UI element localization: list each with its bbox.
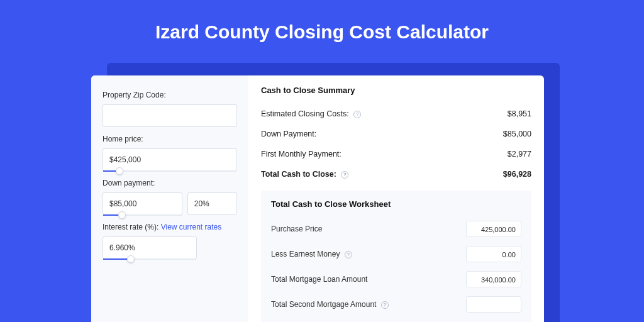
down-payment-percent-wrap (187, 192, 237, 215)
slider-fill (103, 258, 128, 260)
worksheet-value[interactable]: 0.00 (466, 246, 521, 262)
interest-rate-slider[interactable] (103, 236, 197, 259)
home-price-input[interactable] (103, 148, 237, 171)
down-payment-amount-slider[interactable] (103, 192, 182, 215)
home-price-slider[interactable] (103, 148, 237, 171)
help-icon[interactable]: ? (345, 251, 352, 258)
zip-input[interactable] (103, 104, 237, 127)
summary-row-closing-costs: Estimated Closing Costs: ? $8,951 (261, 104, 531, 124)
summary-label: Down Payment: (261, 130, 316, 138)
summary-panel: Cash to Close Summary Estimated Closing … (248, 75, 544, 322)
summary-label: Total Cash to Close: (261, 170, 336, 179)
worksheet-value[interactable] (466, 296, 521, 313)
summary-value: $96,928 (503, 170, 531, 179)
down-payment-amount-input[interactable] (103, 192, 182, 215)
summary-value: $8,951 (508, 109, 531, 118)
slider-thumb[interactable] (116, 167, 123, 175)
slider-thumb[interactable] (127, 255, 135, 263)
summary-row-down-payment: Down Payment: $85,000 (261, 124, 531, 144)
down-payment-percent-input[interactable] (187, 192, 237, 215)
worksheet-label: Less Earnest Money (271, 250, 340, 258)
home-price-label: Home price: (103, 135, 237, 143)
page-title: Izard County Closing Cost Calculator (0, 0, 644, 43)
worksheet-title: Total Cash to Close Worksheet (271, 199, 521, 209)
down-payment-label: Down payment: (103, 179, 237, 187)
help-icon[interactable]: ? (381, 301, 389, 309)
calculator-card: Property Zip Code: Home price: Down paym… (91, 75, 544, 322)
summary-row-total: Total Cash to Close: ? $96,928 (261, 164, 531, 184)
summary-value: $85,000 (503, 130, 531, 138)
slider-fill (103, 214, 119, 216)
worksheet-row-second-mortgage: Total Second Mortgage Amount ? (271, 292, 521, 317)
summary-label: First Monthly Payment: (261, 150, 341, 158)
interest-rate-input[interactable] (103, 236, 197, 259)
worksheet-value[interactable]: 340,000.00 (466, 271, 521, 287)
worksheet-label: Purchase Price (271, 225, 322, 233)
summary-row-first-payment: First Monthly Payment: $2,977 (261, 144, 531, 164)
interest-rate-label: Interest rate (%): View current rates (103, 223, 237, 231)
worksheet-panel: Total Cash to Close Worksheet Purchase P… (261, 191, 531, 322)
summary-value: $2,977 (508, 150, 531, 158)
interest-rate-label-text: Interest rate (%): (103, 223, 161, 231)
slider-thumb[interactable] (118, 211, 126, 219)
worksheet-value[interactable]: 425,000.00 (466, 221, 521, 237)
worksheet-label: Total Second Mortgage Amount (271, 300, 376, 309)
worksheet-row-purchase-price: Purchase Price 425,000.00 (271, 216, 521, 242)
cash-to-close-summary-title: Cash to Close Summary (261, 86, 531, 95)
worksheet-row-mortgage-loan: Total Mortgage Loan Amount 340,000.00 (271, 267, 521, 292)
help-icon[interactable]: ? (341, 171, 348, 179)
slider-fill (103, 170, 116, 172)
inputs-sidebar: Property Zip Code: Home price: Down paym… (91, 75, 248, 322)
help-icon[interactable]: ? (353, 111, 361, 118)
view-current-rates-link[interactable]: View current rates (161, 223, 222, 231)
summary-label: Estimated Closing Costs: (261, 109, 349, 118)
worksheet-label: Total Mortgage Loan Amount (271, 275, 367, 284)
zip-label: Property Zip Code: (103, 91, 237, 99)
worksheet-row-earnest-money: Less Earnest Money ? 0.00 (271, 242, 521, 267)
